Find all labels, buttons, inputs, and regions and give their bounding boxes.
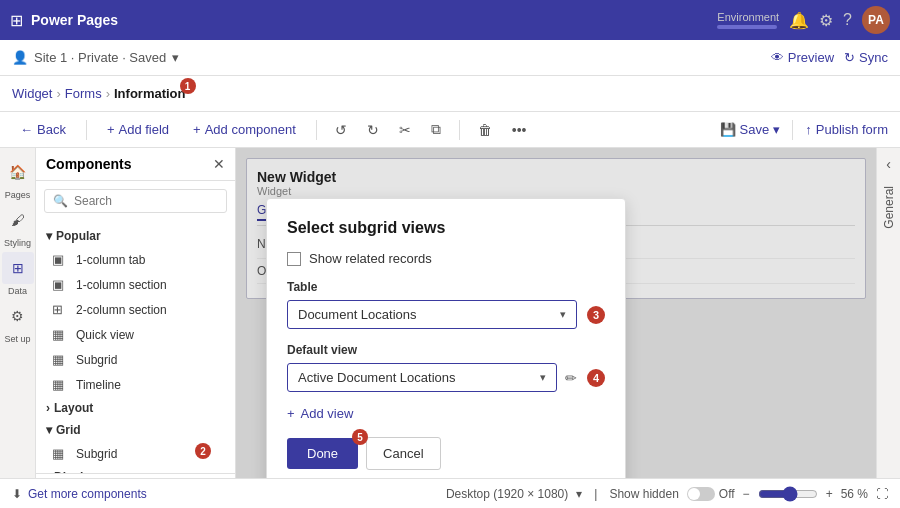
right-sidebar: ‹ General (876, 148, 900, 508)
search-input[interactable] (74, 194, 224, 208)
item-label: Subgrid (76, 353, 117, 367)
panel-header: Components ✕ (36, 148, 235, 181)
publish-button[interactable]: ↑ Publish form (805, 122, 888, 137)
data-icon[interactable]: ⊞ (2, 252, 34, 284)
timeline-icon: ▦ (52, 377, 68, 392)
add-component-button[interactable]: + Add component (185, 118, 304, 141)
data-nav: ⊞ Data (2, 252, 34, 296)
toolbar-sep1 (86, 120, 87, 140)
show-hidden-toggle[interactable]: Off (687, 487, 735, 501)
copy-button[interactable]: ⧉ (425, 117, 447, 142)
toolbar-sep3 (459, 120, 460, 140)
show-related-label: Show related records (309, 251, 432, 266)
components-panel: Components ✕ 🔍 ▾ Popular ▣ 1-column tab … (36, 148, 236, 508)
breadcrumb-badge: 1 (180, 78, 196, 94)
table-chevron-icon: ▾ (560, 308, 566, 321)
cut-button[interactable]: ✂ (393, 118, 417, 142)
add-field-label: Add field (119, 122, 170, 137)
fullscreen-icon[interactable]: ⛶ (876, 487, 888, 501)
list-item[interactable]: ▣ 1-column section (36, 272, 235, 297)
site-icon: 👤 (12, 50, 28, 65)
popular-chevron-icon: ▾ (46, 229, 52, 243)
desktop-label[interactable]: Desktop (1920 × 1080) (446, 487, 568, 501)
section1-icon: ▣ (52, 277, 68, 292)
close-panel-button[interactable]: ✕ (213, 156, 225, 172)
toolbar: ← Back + Add field + Add component ↺ ↻ ✂… (0, 112, 900, 148)
search-box: 🔍 (44, 189, 227, 213)
table-label: Table (287, 280, 605, 294)
list-item[interactable]: ▦ Quick view (36, 322, 235, 347)
notification-icon[interactable]: 🔔 (789, 11, 809, 30)
pages-icon[interactable]: 🏠 (2, 156, 34, 188)
edit-view-icon[interactable]: ✏ (565, 370, 577, 386)
list-item[interactable]: ▦ Timeline (36, 372, 235, 397)
list-item[interactable]: ▣ 1-column tab (36, 247, 235, 272)
table-select-row: Document Locations ▾ 3 (287, 300, 605, 329)
save-button[interactable]: 💾 Save ▾ (720, 122, 781, 137)
settings-icon[interactable]: ⚙ (819, 11, 833, 30)
breadcrumb: Widget › Forms › Information 1 (12, 86, 186, 101)
breadcrumb-widget[interactable]: Widget (12, 86, 52, 101)
section2-icon: ⊞ (52, 302, 68, 317)
back-icon: ← (20, 122, 33, 137)
default-view-select[interactable]: Active Document Locations ▾ (287, 363, 557, 392)
show-related-checkbox[interactable] (287, 252, 301, 266)
section-grid[interactable]: ▾ Grid (36, 419, 235, 441)
layout-chevron-icon: › (46, 401, 50, 415)
environment-bar (717, 25, 777, 29)
preview-button[interactable]: 👁 Preview (771, 50, 834, 65)
bottom-right: Desktop (1920 × 1080) ▾ | Show hidden Of… (446, 486, 888, 502)
sync-button[interactable]: ↻ Sync (844, 50, 888, 65)
list-item[interactable]: ▦ Subgrid 2 (36, 441, 235, 466)
bottom-left: ⬇ Get more components (12, 487, 147, 501)
more-button[interactable]: ••• (506, 118, 533, 142)
done-button[interactable]: Done (287, 438, 358, 469)
site-text: Site 1 · Private · Saved (34, 50, 166, 65)
item-label: 1-column section (76, 278, 167, 292)
get-more-bottom-label[interactable]: Get more components (28, 487, 147, 501)
add-view-link[interactable]: + Add view (287, 406, 605, 421)
section-display[interactable]: › Display (36, 466, 235, 473)
toggle-track[interactable] (687, 487, 715, 501)
item-label: 1-column tab (76, 253, 145, 267)
styling-nav: 🖌 Styling (2, 204, 34, 248)
done-badge: 5 (352, 429, 368, 445)
general-tab-label[interactable]: General (878, 176, 900, 239)
show-hidden-label: Show hidden (609, 487, 678, 501)
delete-button[interactable]: 🗑 (472, 118, 498, 142)
separator: | (594, 487, 597, 501)
view-badge: 4 (587, 369, 605, 387)
second-bar: 👤 Site 1 · Private · Saved ▾ 👁 Preview ↻… (0, 40, 900, 76)
section-popular[interactable]: ▾ Popular (36, 225, 235, 247)
second-bar-actions: 👁 Preview ↻ Sync (771, 50, 888, 65)
breadcrumb-forms[interactable]: Forms (65, 86, 102, 101)
help-icon[interactable]: ? (843, 11, 852, 29)
left-sidebar: 🏠 Pages 🖌 Styling ⊞ Data ⚙ Set up ••• (0, 148, 36, 508)
site-chevron-icon[interactable]: ▾ (172, 50, 179, 65)
table-select[interactable]: Document Locations ▾ (287, 300, 577, 329)
grid-label: Grid (56, 423, 81, 437)
app-title: Power Pages (31, 12, 118, 28)
avatar[interactable]: PA (862, 6, 890, 34)
cancel-button[interactable]: Cancel (366, 437, 440, 470)
section-layout[interactable]: › Layout (36, 397, 235, 419)
toolbar-sep4 (792, 120, 793, 140)
grid-chevron-icon: ▾ (46, 423, 52, 437)
save-chevron-icon[interactable]: ▾ (773, 122, 780, 137)
zoom-slider[interactable] (758, 486, 818, 502)
desktop-chevron-icon[interactable]: ▾ (576, 487, 582, 501)
setup-icon[interactable]: ⚙ (2, 300, 34, 332)
item-label: Quick view (76, 328, 134, 342)
back-button[interactable]: ← Back (12, 118, 74, 141)
list-item[interactable]: ▦ Subgrid (36, 347, 235, 372)
undo-button[interactable]: ↺ (329, 118, 353, 142)
add-component-label: Add component (205, 122, 296, 137)
redo-button[interactable]: ↻ (361, 118, 385, 142)
styling-icon[interactable]: 🖌 (2, 204, 34, 236)
list-item[interactable]: ⊞ 2-column section (36, 297, 235, 322)
add-field-button[interactable]: + Add field (99, 118, 177, 141)
minus-icon[interactable]: − (743, 487, 750, 501)
collapse-panel-icon[interactable]: ‹ (882, 152, 895, 176)
plus-icon[interactable]: + (826, 487, 833, 501)
table-badge: 3 (587, 306, 605, 324)
